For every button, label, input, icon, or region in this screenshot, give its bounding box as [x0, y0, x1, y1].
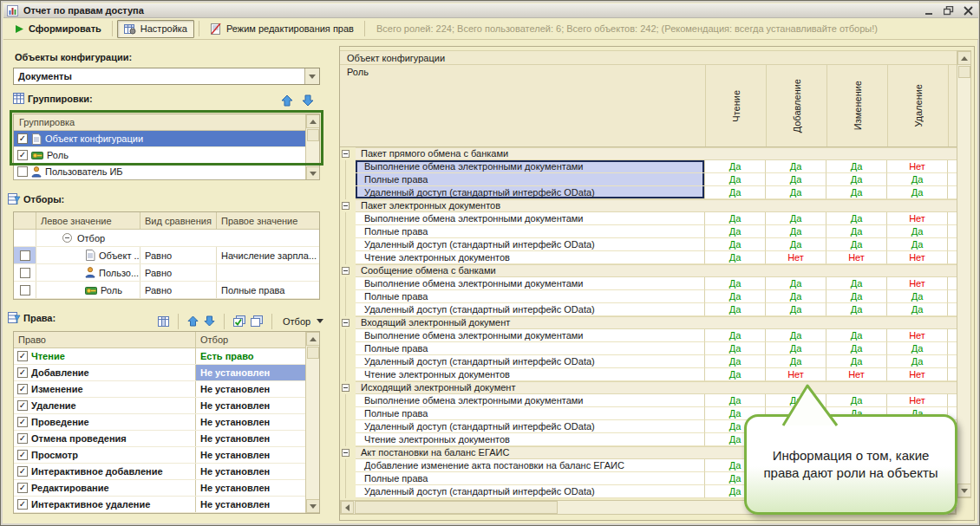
collapse-icon[interactable] — [342, 384, 350, 392]
chevron-down-icon[interactable] — [304, 68, 319, 84]
checkbox[interactable]: ✓ — [17, 417, 28, 427]
checkbox[interactable] — [20, 268, 30, 278]
report-row[interactable]: Выполнение обмена электронными документа… — [340, 277, 957, 290]
checkbox[interactable]: ✓ — [17, 384, 28, 394]
columns-icon[interactable] — [157, 315, 170, 328]
settings-button[interactable]: Настройка — [117, 20, 194, 38]
groupings-column-header[interactable]: Группировка — [14, 114, 305, 131]
filters-col-left[interactable]: Левое значение — [36, 212, 140, 230]
filter-row-selector[interactable] — [14, 264, 36, 281]
report-col-change[interactable]: Изменение — [826, 65, 887, 146]
move-down-button[interactable] — [299, 93, 317, 108]
close-icon[interactable] — [961, 5, 975, 16]
restore-button[interactable] — [942, 5, 956, 16]
scroll-left-icon[interactable] — [341, 501, 354, 514]
scroll-up-icon[interactable] — [306, 114, 320, 128]
scroll-thumb[interactable] — [307, 347, 319, 359]
rights-row[interactable]: ✓ИзменениеНе установлен — [14, 381, 305, 398]
checkbox[interactable] — [20, 250, 30, 261]
report-row[interactable]: Полные праваДаДаДаДа — [340, 173, 957, 186]
scroll-thumb[interactable] — [355, 501, 558, 514]
checkbox[interactable]: ✓ — [17, 483, 28, 493]
report-row[interactable]: Выполнение обмена электронными документа… — [340, 160, 957, 173]
report-object-header[interactable]: Объект конфигурации — [340, 50, 957, 65]
move-up-icon[interactable] — [186, 315, 199, 328]
scroll-down-icon[interactable] — [306, 166, 320, 180]
filter-group-row[interactable]: Отбор — [14, 230, 319, 247]
report-group-row[interactable]: Исходящий электронный документ — [340, 381, 957, 394]
edit-mode-button[interactable]: Режим редактирования прав — [204, 20, 360, 38]
collapse-icon[interactable] — [342, 267, 350, 275]
rights-filter-menu-button[interactable]: Отбор — [280, 312, 326, 330]
checkbox[interactable]: ✓ — [17, 450, 28, 460]
rights-col-filter[interactable]: Отбор — [196, 332, 305, 348]
filters-col-comparison[interactable]: Вид сравнения — [140, 212, 217, 230]
groupings-scrollbar[interactable] — [305, 114, 319, 180]
report-row[interactable]: Удаленный доступ (стандартный интерфейс … — [340, 355, 957, 368]
collapse-icon[interactable] — [342, 319, 350, 327]
filter-row-selector[interactable] — [14, 282, 36, 298]
grouping-row[interactable]: ✓Роль — [14, 147, 305, 164]
collapse-icon[interactable] — [342, 150, 350, 158]
minimize-button[interactable] — [923, 5, 937, 16]
move-up-button[interactable] — [278, 93, 296, 108]
report-group-row[interactable]: Пакет электронных документов — [340, 199, 957, 212]
report-row[interactable]: Чтение электронных документовДаНетНетНет — [340, 368, 957, 381]
rights-scrollbar[interactable] — [305, 332, 319, 513]
grouping-row[interactable]: Пользователь ИБ — [14, 164, 305, 180]
checkbox[interactable]: ✓ — [17, 367, 28, 378]
scroll-up-icon[interactable] — [306, 332, 320, 346]
filter-row[interactable]: Пользо...Равно — [14, 264, 319, 282]
report-role-header[interactable]: Роль — [340, 65, 705, 146]
checkbox[interactable] — [20, 285, 30, 295]
checkbox[interactable]: ✓ — [17, 400, 28, 411]
scroll-down-icon[interactable] — [957, 484, 971, 497]
checkbox[interactable]: ✓ — [17, 499, 28, 510]
rights-row[interactable]: ✓Отмена проведенияНе установлен — [14, 431, 305, 447]
rights-row[interactable]: ✓ПроведениеНе установлен — [14, 414, 305, 431]
generate-button[interactable]: Сформировать — [9, 20, 108, 38]
report-col-add[interactable]: Добавление — [766, 65, 826, 146]
report-col-delete[interactable]: Удаление — [887, 65, 948, 146]
config-objects-select[interactable]: Документы — [13, 68, 320, 85]
report-group-row[interactable]: Входящий электронный документ — [340, 316, 957, 329]
report-row[interactable]: Выполнение обмена электронными документа… — [340, 212, 957, 225]
filters-col-right[interactable]: Правое значение — [217, 212, 319, 230]
report-col-read[interactable]: Чтение — [705, 65, 766, 146]
checkbox[interactable]: ✓ — [17, 133, 28, 144]
report-row[interactable]: Удаленный доступ (стандартный интерфейс … — [340, 186, 957, 199]
collapse-icon[interactable] — [62, 233, 72, 243]
report-row[interactable]: Полные праваДаДаДаДа — [340, 290, 957, 303]
report-group-row[interactable]: Пакет прямого обмена с банками — [340, 147, 957, 160]
rights-row[interactable]: ✓ДобавлениеНе установлен — [14, 365, 305, 381]
report-row[interactable]: Чтение электронных документовДаНетНетНет — [340, 251, 957, 264]
filter-row[interactable]: РольРавноПолные права — [14, 282, 319, 299]
report-row[interactable]: Полные праваДаДаДаДа — [340, 225, 957, 238]
report-row[interactable]: Удаленный доступ (стандартный интерфейс … — [340, 238, 957, 251]
report-vscrollbar[interactable] — [957, 50, 971, 498]
scroll-thumb[interactable] — [958, 66, 970, 78]
checkbox[interactable] — [17, 166, 28, 177]
filter-row[interactable]: Объект ...РавноНачисление зарпла... — [14, 247, 319, 264]
grouping-row[interactable]: ✓Объект конфигурации — [14, 131, 305, 147]
collapse-icon[interactable] — [342, 449, 350, 457]
scroll-up-icon[interactable] — [957, 51, 971, 65]
uncheck-all-icon[interactable] — [250, 315, 264, 328]
rights-row[interactable]: ✓Интерактивное добавлениеНе установлен — [14, 464, 305, 480]
rights-row[interactable]: ✓РедактированиеНе установлен — [14, 480, 305, 497]
scroll-thumb[interactable] — [307, 129, 319, 141]
move-down-icon[interactable] — [203, 315, 216, 328]
rights-row[interactable]: ✓ПросмотрНе установлен — [14, 447, 305, 464]
filter-row-selector[interactable] — [14, 247, 36, 263]
report-row[interactable]: Выполнение обмена электронными документа… — [340, 394, 957, 407]
report-row[interactable]: Выполнение обмена электронными документа… — [340, 329, 957, 342]
checkbox[interactable]: ✓ — [17, 433, 28, 444]
report-group-row[interactable]: Сообщение обмена с банками — [340, 264, 957, 277]
rights-row[interactable]: ✓ЧтениеЕсть право — [14, 348, 305, 365]
scroll-down-icon[interactable] — [306, 499, 320, 513]
title-bar[interactable]: Отчет по правам доступа — [3, 3, 978, 18]
rights-row[interactable]: ✓Интерактивное удалениеНе установлен — [14, 497, 305, 513]
checkbox[interactable]: ✓ — [17, 351, 28, 361]
rights-row[interactable]: ✓УдалениеНе установлен — [14, 398, 305, 414]
report-row[interactable]: Полные праваДаДаДаДа — [340, 342, 957, 355]
